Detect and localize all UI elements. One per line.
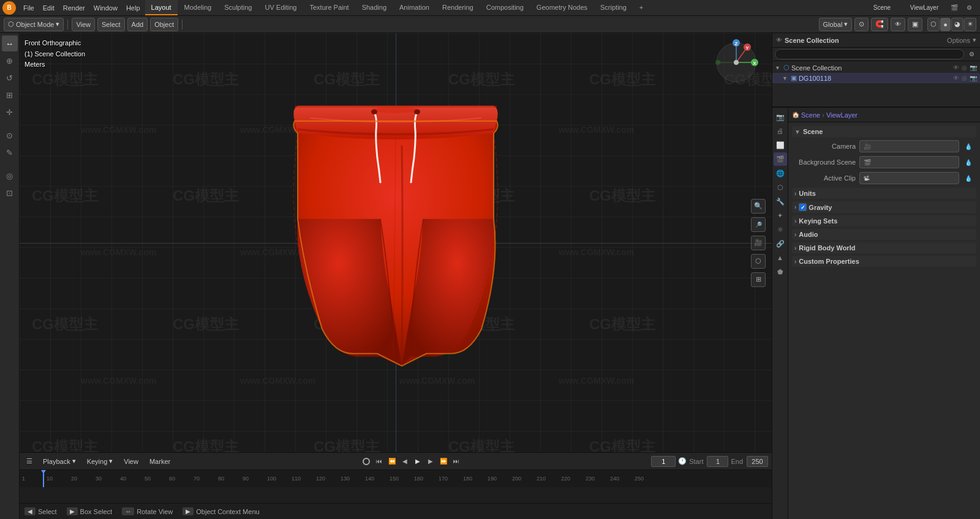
- units-section-header[interactable]: › Units: [792, 188, 976, 199]
- render-props-icon[interactable]: 📷: [774, 110, 787, 124]
- view-toggle-btn[interactable]: 👁: [952, 64, 960, 72]
- scale-tool-btn[interactable]: ⊞: [2, 87, 18, 103]
- rendered-shading[interactable]: ☀: [964, 18, 976, 31]
- step-back-btn[interactable]: ◀: [399, 455, 411, 468]
- menu-window[interactable]: Window: [90, 3, 121, 13]
- menu-edit[interactable]: Edit: [39, 3, 58, 13]
- tab-add-workspace[interactable]: +: [633, 0, 649, 15]
- tab-compositing[interactable]: Compositing: [480, 0, 530, 15]
- gravity-checkbox[interactable]: ✓: [799, 203, 807, 211]
- world-props-icon[interactable]: 🌐: [774, 166, 787, 180]
- start-frame-input[interactable]: [707, 456, 728, 467]
- xray-toggle[interactable]: ▣: [908, 18, 922, 31]
- scene-selector[interactable]: Scene: [864, 2, 900, 14]
- step-forward-btn[interactable]: ▶: [424, 455, 437, 468]
- data-props-icon[interactable]: ▲: [774, 251, 787, 264]
- tab-animation[interactable]: Animation: [393, 0, 435, 15]
- tree-item-collection[interactable]: ▼ ▣ DG100118 👁 ◎ 📷: [772, 73, 980, 83]
- move-tool-btn[interactable]: ⊕: [2, 53, 18, 69]
- material-shading[interactable]: ◕: [951, 18, 963, 31]
- annotate-tool-btn[interactable]: ⊙: [2, 127, 18, 143]
- render-icon[interactable]: 🎬: [948, 2, 960, 14]
- custom-props-header[interactable]: › Custom Properties: [792, 256, 976, 267]
- solid-shading[interactable]: ●: [940, 18, 951, 31]
- overlay-toggle[interactable]: 👁: [891, 18, 905, 31]
- transform-tool-btn[interactable]: ✛: [2, 104, 18, 120]
- menu-file[interactable]: File: [20, 3, 38, 13]
- col-select-toggle[interactable]: ◎: [961, 74, 968, 82]
- timeline-scrub[interactable]: 1 10 20 30 40 50 60 70 80 90 100 110 120…: [20, 470, 772, 487]
- gravity-section-header[interactable]: › ✓ Gravity: [792, 201, 976, 213]
- navigation-gizmo[interactable]: X Y Z: [712, 38, 761, 87]
- constraints-props-icon[interactable]: 🔗: [774, 237, 787, 250]
- background-scene-eyedropper[interactable]: 💧: [963, 157, 974, 168]
- snap-toggle[interactable]: 🧲: [871, 18, 888, 31]
- tab-rendering[interactable]: Rendering: [436, 0, 480, 15]
- measure-tool-btn[interactable]: ◎: [2, 168, 18, 184]
- play-btn[interactable]: ▶: [412, 455, 424, 468]
- tab-scripting[interactable]: Scripting: [594, 0, 633, 15]
- physics-props-icon[interactable]: ⚛: [774, 223, 787, 236]
- cursor-tool-btn[interactable]: ↔: [2, 35, 18, 51]
- toggle-perspective-btn[interactable]: ⬡: [751, 254, 766, 269]
- tab-shading[interactable]: Shading: [356, 0, 393, 15]
- tab-uv-editing[interactable]: UV Editing: [258, 0, 303, 15]
- breadcrumb-viewlayer[interactable]: ViewLayer: [826, 111, 858, 119]
- tab-geometry-nodes[interactable]: Geometry Nodes: [530, 0, 594, 15]
- options-label[interactable]: Options: [947, 37, 970, 44]
- modifier-props-icon[interactable]: 🔧: [774, 195, 787, 208]
- audio-header[interactable]: › Audio: [792, 229, 976, 240]
- zoom-out-btn[interactable]: 🔎: [751, 217, 766, 232]
- view-menu[interactable]: View: [72, 18, 95, 31]
- background-scene-value[interactable]: 🎬: [859, 156, 959, 168]
- tab-sculpting[interactable]: Sculpting: [218, 0, 258, 15]
- col-render-toggle[interactable]: 📷: [969, 74, 978, 82]
- object-props-icon[interactable]: ⬡: [774, 181, 787, 194]
- jump-next-keyframe-btn[interactable]: ⏩: [437, 455, 450, 468]
- output-props-icon[interactable]: 🖨: [774, 124, 787, 138]
- jump-to-start-btn[interactable]: ⏮: [373, 455, 385, 468]
- add-tool-btn[interactable]: ⊡: [2, 185, 18, 201]
- draw-tool-btn[interactable]: ✎: [2, 144, 18, 160]
- breadcrumb-scene[interactable]: Scene: [801, 111, 820, 119]
- active-clip-value[interactable]: 📽: [859, 172, 959, 184]
- transform-global[interactable]: Global ▾: [819, 18, 853, 31]
- tab-layout[interactable]: Layout: [145, 0, 178, 15]
- nav-gizmo-area[interactable]: X Y Z: [712, 38, 767, 93]
- playback-menu[interactable]: Playback ▾: [39, 455, 80, 468]
- rigid-body-header[interactable]: › Rigid Body World: [792, 242, 976, 253]
- active-clip-eyedropper[interactable]: 💧: [963, 173, 974, 184]
- view-layer-selector[interactable]: ViewLayer: [903, 2, 946, 14]
- select-menu[interactable]: Select: [97, 18, 125, 31]
- zoom-in-btn[interactable]: 🔍: [751, 199, 766, 214]
- outliner-search-input[interactable]: [775, 49, 964, 59]
- tab-texture-paint[interactable]: Texture Paint: [303, 0, 355, 15]
- render-toggle-btn[interactable]: 📷: [969, 64, 978, 72]
- viewport[interactable]: CG模型主 CG模型主 CG模型主 CG模型主 CG模型主 CG模型主 www.…: [20, 33, 772, 452]
- toggle-camera-btn[interactable]: 🎥: [751, 236, 766, 250]
- scene-props-icon[interactable]: 🎬: [774, 152, 787, 166]
- material-props-icon[interactable]: ⬟: [774, 265, 787, 278]
- settings-icon[interactable]: ⚙: [963, 2, 975, 14]
- keying-menu[interactable]: Keying ▾: [83, 455, 117, 468]
- current-frame-input[interactable]: [651, 456, 676, 467]
- menu-help[interactable]: Help: [123, 3, 144, 13]
- filter-icon[interactable]: ⚙: [965, 48, 978, 61]
- tab-modeling[interactable]: Modeling: [178, 0, 218, 15]
- rotate-tool-btn[interactable]: ↺: [2, 70, 18, 86]
- timeline-menu-icon[interactable]: ☰: [23, 455, 36, 468]
- grid-view-btn[interactable]: ⊞: [751, 272, 766, 287]
- options-chevron[interactable]: ▾: [973, 36, 976, 44]
- camera-prop-value[interactable]: 🎥: [859, 140, 959, 152]
- object-menu[interactable]: Object: [150, 18, 178, 31]
- marker-menu[interactable]: Marker: [146, 455, 174, 468]
- wireframe-shading[interactable]: ⬡: [927, 18, 940, 31]
- camera-eyedropper[interactable]: 💧: [963, 141, 974, 152]
- keying-sets-header[interactable]: › Keying Sets: [792, 215, 976, 226]
- select-toggle-btn[interactable]: ◎: [961, 64, 968, 72]
- tree-root[interactable]: ▼ ⬡ Scene Collection 👁 ◎ 📷: [772, 62, 980, 73]
- view-menu-timeline[interactable]: View: [120, 455, 142, 468]
- proportional-editing[interactable]: ⊙: [854, 18, 869, 31]
- end-frame-input[interactable]: [747, 456, 768, 467]
- jump-prev-keyframe-btn[interactable]: ⏪: [386, 455, 398, 468]
